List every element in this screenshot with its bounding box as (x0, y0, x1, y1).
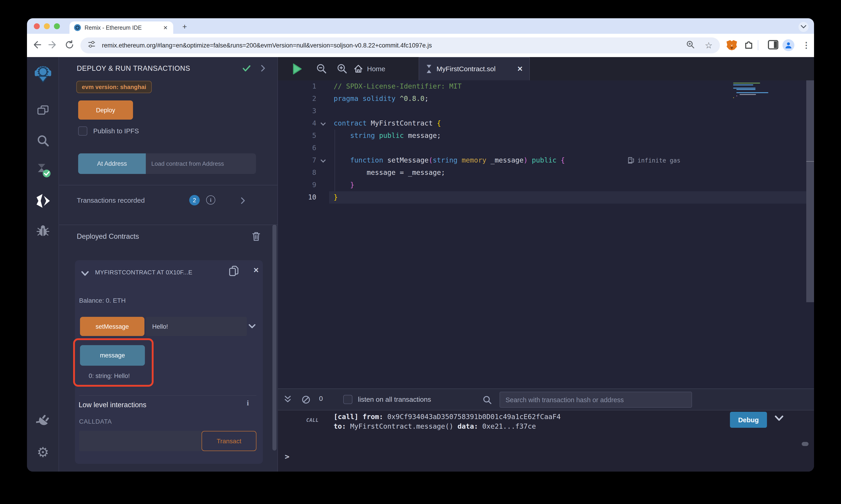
contract-collapse-chevron-icon[interactable] (81, 270, 89, 278)
zoom-in-icon[interactable] (337, 64, 347, 76)
sidebar-item-file-explorer[interactable] (27, 104, 59, 117)
contract-instance-name[interactable]: MYFIRSTCONTRACT AT 0X10F...E (95, 269, 227, 276)
line-number: 1 (278, 80, 333, 93)
transactions-count-badge: 2 (189, 195, 200, 205)
code-line[interactable]: } (334, 191, 768, 204)
deployed-contracts-title: Deployed Contracts (77, 232, 139, 240)
code-line[interactable]: } (334, 179, 768, 191)
run-script-icon[interactable] (293, 64, 302, 76)
panel-title: DEPLOY & RUN TRANSACTIONS (77, 65, 190, 73)
at-address-input[interactable] (146, 154, 256, 174)
publish-ipfs-checkbox[interactable] (78, 126, 87, 136)
tab-home[interactable]: Home (350, 57, 389, 80)
browser-window: Remix - Ethereum IDE ✕ + re (27, 18, 814, 472)
minimap-line (736, 92, 768, 93)
sidebar-item-plugin-manager[interactable] (27, 415, 59, 428)
listen-transactions-checkbox[interactable] (343, 395, 353, 404)
set-message-expand-chevron-icon[interactable] (248, 322, 256, 330)
forward-button[interactable] (47, 40, 59, 52)
copy-address-icon[interactable] (228, 265, 239, 279)
browser-menu-icon[interactable]: ⋮ (802, 40, 810, 50)
calldata-input[interactable] (79, 431, 202, 451)
code-line[interactable]: message = _message; (334, 167, 768, 179)
set-message-input[interactable] (146, 317, 247, 336)
code-line[interactable]: function setMessage(string memory _messa… (334, 154, 768, 167)
sidebar-item-deploy-run[interactable] (27, 194, 59, 208)
terminal-log-line1[interactable]: [call] from: 0x9Cf934043aD350758391b0D01… (334, 413, 561, 421)
files-icon (37, 104, 49, 117)
terminal-search-input[interactable] (500, 392, 692, 408)
editor-scrollbar[interactable] (806, 80, 814, 389)
panel-expand-chevron-icon[interactable] (261, 65, 265, 73)
extensions-puzzle-icon[interactable] (743, 39, 754, 52)
zoom-page-icon[interactable] (686, 40, 695, 51)
url-bar[interactable]: remix.ethereum.org/#lang=en&optimize=fal… (81, 37, 720, 53)
publish-ipfs-label: Publish to IPFS (93, 127, 139, 135)
code-line[interactable]: // SPDX-License-Identifier: MIT (334, 80, 768, 93)
section-divider (59, 224, 277, 225)
tab-search-button[interactable] (799, 22, 809, 32)
bookmark-star-icon[interactable]: ☆ (705, 40, 713, 51)
metamask-extension-icon[interactable] (726, 39, 738, 53)
code-line[interactable] (334, 105, 768, 117)
minimize-window-button[interactable] (44, 23, 50, 29)
terminal-scroll-indicator (802, 442, 809, 446)
tab-close-icon[interactable]: ✕ (517, 65, 523, 73)
transactions-recorded-label: Transactions recorded (77, 196, 145, 204)
check-icon (243, 65, 251, 73)
contract-close-icon[interactable]: ✕ (253, 266, 259, 274)
sidebar-item-settings[interactable]: ⚙ (27, 444, 59, 460)
new-tab-button[interactable]: + (179, 22, 190, 32)
transactions-info-icon[interactable]: i (206, 195, 215, 204)
editor-scrollbar-thumb[interactable] (806, 80, 814, 302)
tab-home-label: Home (367, 65, 385, 73)
maximize-window-button[interactable] (54, 23, 60, 29)
code-line[interactable] (334, 142, 768, 154)
code-line[interactable]: string public message; (334, 130, 768, 142)
message-button[interactable]: message (80, 345, 145, 366)
terminal-log-line2[interactable]: to: MyFirstContract.message() data: 0xe2… (334, 422, 536, 431)
terminal-search-icon (483, 395, 492, 406)
fold-chevron-icon[interactable] (321, 120, 326, 126)
set-message-button[interactable]: setMessage (80, 317, 144, 336)
tab-myfirstcontract[interactable]: MyFirstContract.sol ✕ (419, 57, 530, 80)
call-badge: CALL (306, 417, 319, 423)
sidebar-item-debugger[interactable] (27, 224, 59, 237)
expand-terminal-icon[interactable] (284, 395, 291, 405)
fold-chevron-icon[interactable] (321, 157, 326, 163)
section-divider (59, 185, 277, 185)
at-address-button[interactable]: At Address (78, 154, 146, 174)
trash-icon[interactable] (252, 232, 260, 243)
code-editor[interactable]: 12345678910 // SPDX-License-Identifier: … (278, 80, 814, 389)
url-text[interactable]: remix.ethereum.org/#lang=en&optimize=fal… (102, 42, 686, 49)
pending-tx-count: 0 (319, 394, 323, 402)
calldata-label: CALLDATA (79, 418, 112, 425)
reload-button[interactable] (64, 40, 75, 52)
window-controls (34, 23, 60, 29)
transact-button[interactable]: Transact (202, 431, 256, 451)
back-button[interactable] (31, 40, 42, 52)
code-line[interactable]: pragma solidity ^0.8.0; (334, 93, 768, 105)
site-settings-icon[interactable] (88, 41, 96, 50)
code-line[interactable]: contract MyFirstContract { (334, 117, 768, 130)
card-divider (79, 395, 256, 396)
search-icon (37, 134, 49, 147)
profile-avatar[interactable] (783, 39, 794, 51)
browser-tab[interactable]: Remix - Ethereum IDE ✕ (69, 21, 173, 34)
debug-button[interactable]: Debug (730, 412, 767, 428)
split-view-icon[interactable] (768, 39, 779, 52)
log-collapse-chevron-icon[interactable] (775, 415, 784, 423)
minimap[interactable] (732, 82, 770, 98)
low-level-info-icon[interactable]: i (247, 399, 249, 407)
tab-close-icon[interactable]: ✕ (162, 24, 169, 31)
side-panel-scrollbar[interactable] (272, 224, 276, 451)
clear-console-icon[interactable] (302, 395, 310, 406)
sidebar-item-solidity-compiler[interactable] (27, 163, 59, 178)
sidebar-item-search[interactable] (27, 134, 59, 147)
line-number: 8 (278, 167, 333, 179)
close-window-button[interactable] (34, 23, 40, 29)
deploy-button[interactable]: Deploy (78, 101, 133, 120)
terminal-prompt[interactable]: > (285, 452, 290, 461)
zoom-out-icon[interactable] (316, 64, 327, 76)
transactions-expand-chevron-icon[interactable] (241, 197, 245, 206)
